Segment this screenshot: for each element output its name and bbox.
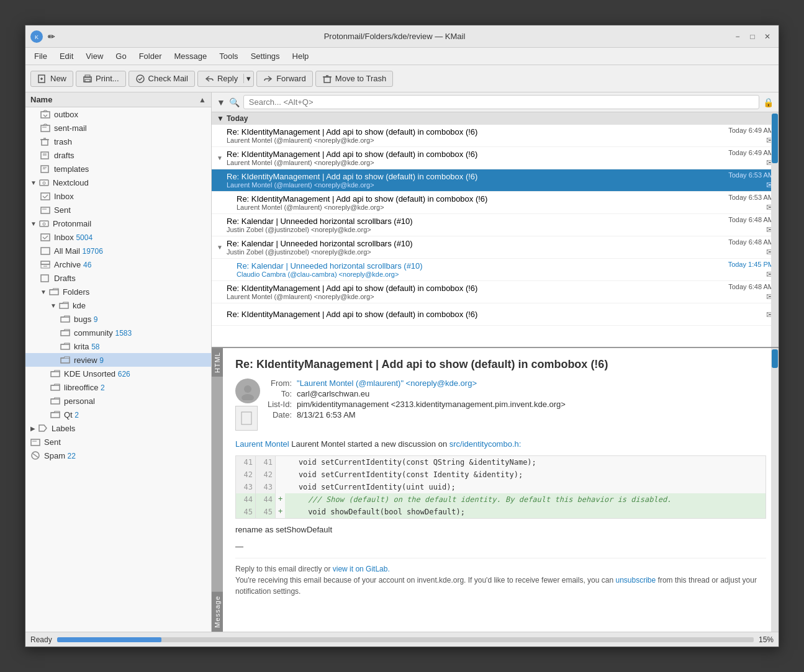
menu-file[interactable]: File <box>28 50 53 62</box>
sidebar-item-labels[interactable]: ▶ Labels <box>25 421 211 435</box>
sidebar-collapse-arrow[interactable]: ▲ <box>199 96 206 104</box>
sidebar-item-sent[interactable]: Sent <box>25 435 211 449</box>
maximize-button[interactable]: □ <box>746 30 759 43</box>
email-row[interactable]: Re: KIdentityManagement | Add api to sho… <box>212 192 779 214</box>
menu-view[interactable]: View <box>79 50 109 62</box>
email-view-scrollbar[interactable] <box>771 348 779 632</box>
email-list-scrollbar[interactable] <box>771 112 779 347</box>
protonmail-inbox-label: Inbox 5004 <box>54 233 206 242</box>
svg-line-40 <box>33 454 38 457</box>
menu-help[interactable]: Help <box>286 50 315 62</box>
intro-text: Laurent Montel started a new discussion … <box>291 439 447 449</box>
folders-expand[interactable]: ▼ <box>40 289 47 295</box>
from-link[interactable]: "Laurent Montel (@mlaurent)" <noreply@kd… <box>297 379 477 388</box>
sidebar-item-outbox[interactable]: outbox <box>25 107 211 121</box>
email-expand-6[interactable]: ▼ <box>217 244 227 251</box>
reply-label: Reply <box>217 74 238 83</box>
from-label: From: <box>268 379 292 388</box>
sender-avatar <box>235 379 260 403</box>
today-expand-arrow[interactable]: ▼ <box>217 114 224 123</box>
lock-icon: 🔒 <box>763 97 774 107</box>
sidebar-item-review[interactable]: review 9 <box>25 353 211 367</box>
menu-go[interactable]: Go <box>109 50 132 62</box>
sidebar-item-kde-unsorted[interactable]: KDE Unsorted 626 <box>25 367 211 380</box>
new-button[interactable]: New <box>30 71 73 87</box>
sidebar-item-protonmail[interactable]: ▼ Protonmail <box>25 217 211 230</box>
kde-expand[interactable]: ▼ <box>50 302 56 309</box>
sidebar-item-bugs[interactable]: bugs 9 <box>25 312 211 326</box>
sidebar-item-trash[interactable]: trash <box>25 135 211 148</box>
email-row[interactable]: Re: Kalendar | Unneeded horizontal scrol… <box>212 259 779 281</box>
reply-button[interactable]: Reply ▾ <box>197 71 254 87</box>
message-tab[interactable]: Message <box>212 592 223 632</box>
forward-button[interactable]: Forward <box>256 71 313 87</box>
html-tab[interactable]: HTML <box>212 348 223 377</box>
sidebar-item-protonmail-drafts[interactable]: Drafts <box>25 271 211 285</box>
main-window: K ✏ Protonmail/Folders/kde/review — KMai… <box>25 25 779 647</box>
sidebar-item-qt[interactable]: Qt 2 <box>25 408 211 421</box>
sidebar-item-personal[interactable]: personal <box>25 394 211 408</box>
close-button[interactable]: ✕ <box>761 30 774 43</box>
sidebar-item-community[interactable]: community 1583 <box>25 326 211 339</box>
sidebar-item-allmail[interactable]: All Mail 19706 <box>25 244 211 258</box>
minimize-button[interactable]: − <box>731 30 744 43</box>
sidebar-item-libreoffice[interactable]: libreoffice 2 <box>25 380 211 394</box>
sidebar-item-spam[interactable]: Spam 22 <box>25 449 211 462</box>
menu-settings[interactable]: Settings <box>245 50 286 62</box>
gitlab-link[interactable]: view it on GitLab. <box>333 565 390 573</box>
sidebar-item-krita[interactable]: krita 58 <box>25 339 211 353</box>
author-link[interactable]: Laurent Montel <box>235 439 289 449</box>
svg-rect-32 <box>41 248 50 254</box>
protonmail-expand[interactable]: ▼ <box>30 220 37 227</box>
nextcloud-expand[interactable]: ▼ <box>30 179 37 186</box>
move-to-trash-label: Move to Trash <box>335 74 386 83</box>
sidebar-item-folders[interactable]: ▼ Folders <box>25 285 211 298</box>
sidebar-item-nextcloud-inbox[interactable]: Inbox <box>25 189 211 203</box>
to-label: To: <box>268 389 292 398</box>
community-count: 1583 <box>115 329 132 338</box>
menu-edit[interactable]: Edit <box>53 50 79 62</box>
move-to-trash-button[interactable]: Move to Trash <box>315 71 393 87</box>
email-row[interactable]: Re: KIdentityManagement | Add api to sho… <box>212 281 779 303</box>
svg-point-30 <box>43 223 45 225</box>
search-bar: ▼ 🔍 🔒 <box>212 92 779 112</box>
email-row[interactable]: Re: KIdentityManagement | Add api to sho… <box>212 125 779 147</box>
menu-tools[interactable]: Tools <box>213 50 244 62</box>
labels-expand[interactable]: ▶ <box>30 425 35 432</box>
email-row[interactable]: Re: KIdentityManagement | Add api to sho… <box>212 303 779 326</box>
email-list-scroll-thumb[interactable] <box>772 114 778 163</box>
email-row[interactable]: ▼ Re: Kalendar | Unneeded horizontal scr… <box>212 236 779 259</box>
unsubscribe-link[interactable]: unsubscribe <box>615 576 656 585</box>
print-button[interactable]: Print... <box>76 71 126 87</box>
menu-folder[interactable]: Folder <box>133 50 168 62</box>
code-content-3: void setCurrentIdentity(uint uuid); <box>276 481 766 493</box>
sidebar-item-kde[interactable]: ▼ kde <box>25 298 211 312</box>
kde-folder-icon <box>59 300 69 310</box>
sidebar-item-sent-mail[interactable]: sent-mail <box>25 121 211 135</box>
email-body: Laurent Montel Laurent Montel started a … <box>235 438 766 597</box>
code-added-marker-5: + <box>276 506 285 518</box>
sidebar-item-templates[interactable]: templates <box>25 162 211 176</box>
sidebar-item-protonmail-inbox[interactable]: Inbox 5004 <box>25 230 211 244</box>
titlebar: K ✏ Protonmail/Folders/kde/review — KMai… <box>25 25 779 48</box>
menu-message[interactable]: Message <box>168 50 214 62</box>
svg-rect-29 <box>40 221 48 226</box>
email-row[interactable]: ▼ Re: KIdentityManagement | Add api to s… <box>212 147 779 169</box>
email-row[interactable]: Re: KIdentityManagement | Add api to sho… <box>212 169 779 192</box>
check-mail-button[interactable]: Check Mail <box>129 71 195 87</box>
sidebar-item-nextcloud-sent[interactable]: Sent <box>25 203 211 217</box>
reply-dropdown[interactable]: ▾ <box>243 74 251 83</box>
email-expand-2[interactable]: ▼ <box>217 155 227 161</box>
forward-icon <box>263 74 273 84</box>
email-view-scroll-thumb[interactable] <box>772 349 778 368</box>
search-input[interactable] <box>243 95 759 109</box>
qt-label: Qt 2 <box>64 410 206 419</box>
sidebar-item-drafts[interactable]: drafts <box>25 148 211 162</box>
sidebar-item-archive[interactable]: Archive 46 <box>25 258 211 271</box>
email-row[interactable]: Re: Kalendar | Unneeded horizontal scrol… <box>212 214 779 236</box>
filter-icon[interactable]: ▼ <box>217 97 225 107</box>
sidebar-item-nextcloud[interactable]: ▼ Nextcloud <box>25 176 211 189</box>
file-link[interactable]: src/identitycombo.h: <box>449 439 522 449</box>
sent-mail-label: sent-mail <box>54 123 206 133</box>
email-time-8: Today 6:48 AM <box>728 283 774 290</box>
